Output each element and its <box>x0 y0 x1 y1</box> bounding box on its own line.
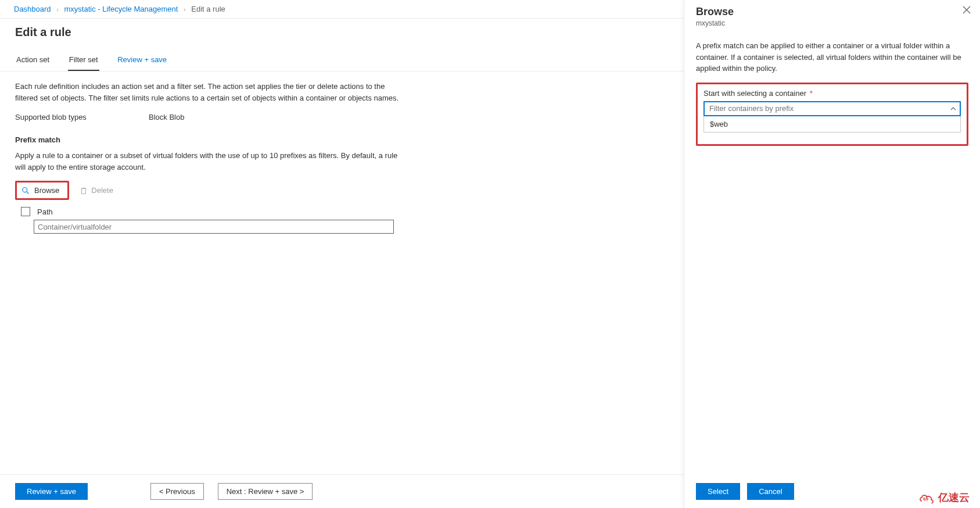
browse-panel: Browse mxystatic A prefix match can be a… <box>684 0 980 508</box>
close-icon[interactable] <box>963 6 971 16</box>
container-option-web[interactable]: $web <box>704 116 960 132</box>
panel-subtitle: mxystatic <box>696 19 968 27</box>
watermark-text: 亿速云 <box>938 491 970 505</box>
prefix-match-title: Prefix match <box>15 135 403 144</box>
svg-text:69: 69 <box>923 496 928 502</box>
tab-review-save[interactable]: Review + save <box>116 49 168 71</box>
path-column-header: Path <box>37 208 53 216</box>
trash-icon <box>80 187 88 195</box>
select-button[interactable]: Select <box>696 483 740 500</box>
panel-title: Browse <box>696 6 968 18</box>
next-button[interactable]: Next : Review + save > <box>218 483 313 500</box>
path-input[interactable] <box>34 220 394 234</box>
chevron-right-icon: › <box>184 6 186 13</box>
panel-description: A prefix match can be applied to either … <box>696 40 968 74</box>
watermark-icon: 69 <box>918 492 935 503</box>
search-icon <box>21 187 30 195</box>
breadcrumb-current: Edit a rule <box>191 5 225 13</box>
container-dropdown: $web <box>703 116 961 133</box>
watermark: 69 亿速云 <box>918 491 970 505</box>
prefix-match-description: Apply a rule to a container or a subset … <box>15 150 403 173</box>
previous-button[interactable]: < Previous <box>150 483 204 500</box>
chevron-right-icon: › <box>56 6 59 13</box>
filter-set-description: Each rule definition includes an action … <box>15 81 403 103</box>
blob-types-value: Block Blob <box>149 113 184 121</box>
delete-button[interactable]: Delete <box>80 186 113 195</box>
breadcrumb-dashboard[interactable]: Dashboard <box>14 5 51 13</box>
svg-point-0 <box>23 187 27 192</box>
cancel-button[interactable]: Cancel <box>747 483 794 500</box>
breadcrumb-lifecycle[interactable]: mxystatic - Lifecycle Management <box>64 5 178 13</box>
review-save-button[interactable]: Review + save <box>15 483 88 500</box>
container-filter-input[interactable] <box>703 101 961 116</box>
blob-types-label: Supported blob types <box>15 113 149 121</box>
svg-line-1 <box>27 191 29 194</box>
filter-set-content: Each rule definition includes an action … <box>0 71 418 243</box>
tab-action-set[interactable]: Action set <box>15 49 51 71</box>
container-select-highlight: Start with selecting a container * $web <box>696 83 968 146</box>
container-select-label: Start with selecting a container * <box>703 89 961 98</box>
browse-button[interactable]: Browse <box>15 181 69 200</box>
browse-button-label: Browse <box>34 186 59 195</box>
delete-button-label: Delete <box>91 186 113 195</box>
path-checkbox[interactable] <box>21 207 30 216</box>
svg-rect-2 <box>82 188 86 194</box>
required-indicator: * <box>810 89 813 98</box>
tab-filter-set[interactable]: Filter set <box>68 49 99 71</box>
